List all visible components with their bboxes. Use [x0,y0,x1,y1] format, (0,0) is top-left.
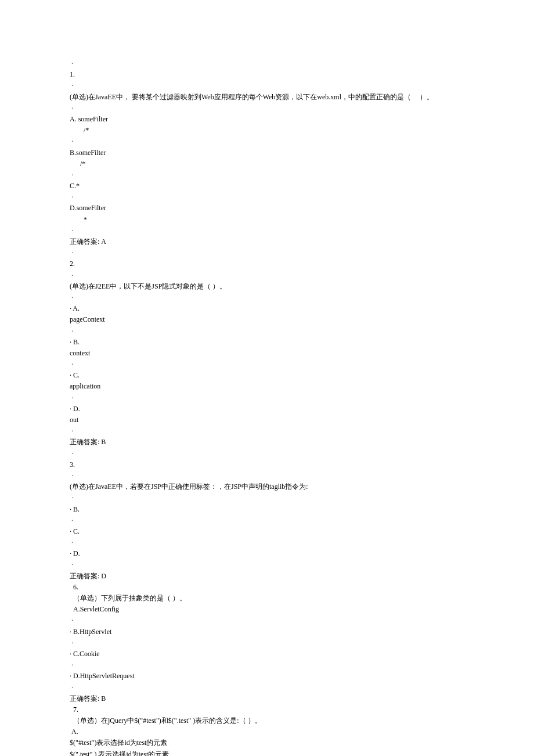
question-number: 6. [70,582,464,593]
option-D: D.someFilter [70,203,464,214]
option-D-cont: * [70,214,464,225]
bullet-dot: · [70,426,464,437]
option-C-label: · C. [70,526,464,537]
option-B: · B.HttpServlet [70,627,464,638]
answer-label: 正确答案: B [70,693,464,704]
bullet-dot: · [70,537,464,548]
question-number: 1. [70,69,464,80]
bullet-dot: · [70,559,464,570]
question-number: 2. [70,258,464,269]
document-page: · 1. · (单选)在JavaEE中， 要将某个过滤器映射到Web应用程序的每… [0,0,534,756]
bullet-dot: · [70,448,464,459]
option-C: C.* [70,181,464,192]
bullet-dot: · [70,359,464,370]
question-text: (单选)在JavaEE中，若要在JSP中正确使用标签：，在JSP中声明的tagl… [70,481,464,492]
option-A: A.ServletConfig [70,604,464,615]
option-D-label: · D. [70,548,464,559]
option-A-cont: /* [70,125,464,136]
bullet-dot: · [70,103,464,114]
question-number: 3. [70,459,464,470]
option-A-cont: $(".test" ) 表示选择id为test的元素 [70,749,464,756]
bullet-dot: · [70,192,464,203]
option-D: out [70,415,464,426]
bullet-dot: · [70,136,464,147]
bullet-dot: · [70,492,464,503]
bullet-dot: · [70,247,464,258]
question-text: (单选)在JavaEE中， 要将某个过滤器映射到Web应用程序的每个Web资源，… [70,92,464,103]
bullet-dot: · [70,326,464,337]
bullet-dot: · [70,393,464,404]
bullet-dot: · [70,292,464,303]
option-C: application [70,381,464,392]
answer-label: 正确答案: A [70,236,464,247]
option-C-label: · C. [70,370,464,381]
question-number: 7. [70,704,464,715]
option-A-label: · A. [70,303,464,314]
answer-label: 正确答案: D [70,571,464,582]
option-B: B.someFilter [70,147,464,159]
option-A: pageContext [70,314,464,325]
question-text: （单选）下列属于抽象类的是（ ）。 [70,593,464,604]
option-A: A. someFilter [70,114,464,125]
bullet-dot: · [70,660,464,671]
option-B: context [70,348,464,359]
option-A: $("#test")表示选择id为test的元素 [70,737,464,748]
option-B-label: · B. [70,337,464,348]
bullet-dot: · [70,682,464,693]
bullet-dot: · [70,225,464,236]
bullet-dot: · [70,170,464,181]
option-B-cont: /* [70,159,464,170]
option-D-label: · D. [70,404,464,415]
bullet-dot: · [70,80,464,91]
question-text: (单选)在J2EE中，以下不是JSP隐式对象的是（ ）。 [70,281,464,292]
bullet-dot: · [70,615,464,626]
question-text: （单选）在jQuery中$("#test")和$(".test" )表示的含义是… [70,715,464,726]
bullet-dot: · [70,270,464,281]
bullet-dot: · [70,638,464,649]
option-A-label: A. [70,726,464,737]
bullet-dot: · [70,58,464,69]
option-C: · C.Cookie [70,649,464,660]
option-B-label: · B. [70,504,464,515]
answer-label: 正确答案: B [70,437,464,448]
bullet-dot: · [70,470,464,481]
bullet-dot: · [70,515,464,526]
option-D: · D.HttpServletRequest [70,671,464,682]
